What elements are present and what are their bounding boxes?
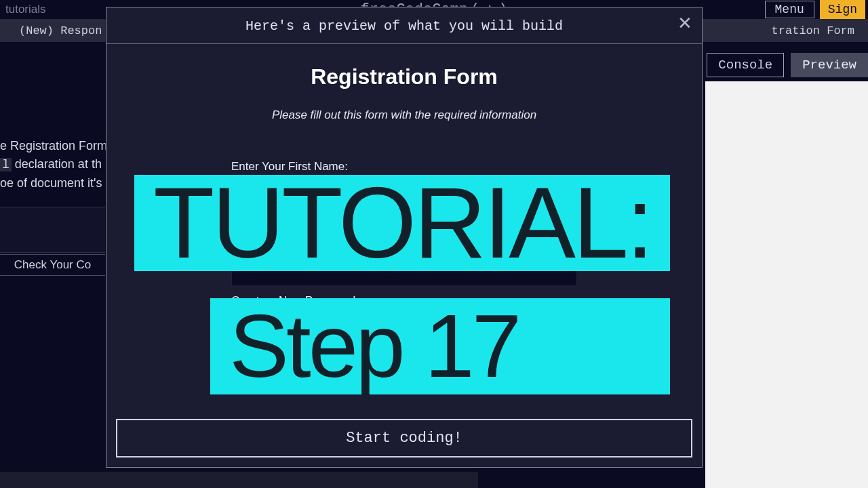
desc-line: l declaration at th: [0, 155, 122, 174]
form-preview: Registration Form Please fill out this f…: [120, 64, 688, 411]
tab-preview[interactable]: Preview: [791, 53, 868, 77]
editor-footer-strip: [0, 472, 478, 488]
breadcrumb-right: tration Form: [772, 24, 854, 37]
form-fieldset-1: Enter Your First Name: Enter Your Last N…: [231, 160, 577, 411]
check-code-button[interactable]: Check Your Co: [0, 254, 105, 276]
label-last-name: Enter Your Last Name:: [231, 205, 577, 218]
code-token: l: [0, 158, 12, 171]
modal-header: Here's a preview of what you will build …: [106, 7, 702, 44]
step-description: e Registration Form l declaration at th …: [0, 42, 122, 192]
radio-personal-account[interactable]: Personal Account: [231, 360, 577, 373]
tab-console[interactable]: Console: [707, 53, 784, 77]
desc-line: oe of document it's: [0, 174, 122, 192]
input-first-name[interactable]: [231, 179, 577, 197]
output-tab-group: Console Preview: [707, 53, 868, 77]
label-first-name: Enter Your First Name:: [231, 160, 577, 174]
label-password: Create a New Password:: [231, 294, 577, 308]
form-subheading: Please fill out this form with the requi…: [120, 108, 688, 122]
instructions-panel: e Registration Form l declaration at th …: [0, 42, 122, 192]
modal-footer: Start coding!: [106, 411, 702, 467]
radio-label: Personal Account: [248, 360, 338, 373]
desc-text: declaration at th: [12, 157, 102, 171]
close-icon[interactable]: ✕: [677, 14, 692, 32]
modal-scroll-area[interactable]: Registration Form Please fill out this f…: [106, 44, 702, 411]
menu-button[interactable]: Menu: [765, 1, 814, 18]
preview-pane: [705, 81, 868, 488]
scroll-spacer: [231, 373, 577, 411]
modal-title: Here's a preview of what you will build: [245, 18, 563, 34]
preview-modal: Here's a preview of what you will build …: [106, 7, 703, 468]
label-email: Enter Your Email:: [231, 249, 577, 263]
nav-tutorials[interactable]: tutorials: [5, 3, 46, 16]
top-right-actions: Menu Sign: [765, 0, 865, 19]
breadcrumb-left: (New) Respon: [0, 24, 102, 37]
input-password[interactable]: [231, 313, 577, 331]
form-divider: [231, 348, 577, 349]
input-email[interactable]: [231, 268, 577, 286]
input-last-name[interactable]: [231, 224, 577, 241]
signin-button[interactable]: Sign: [820, 0, 865, 19]
code-editor-region[interactable]: [0, 207, 105, 253]
modal-body: Registration Form Please fill out this f…: [106, 44, 702, 411]
radio-icon: [231, 362, 241, 372]
start-coding-button[interactable]: Start coding!: [116, 419, 692, 458]
form-heading: Registration Form: [120, 64, 688, 89]
desc-line: e Registration Form: [0, 137, 122, 155]
